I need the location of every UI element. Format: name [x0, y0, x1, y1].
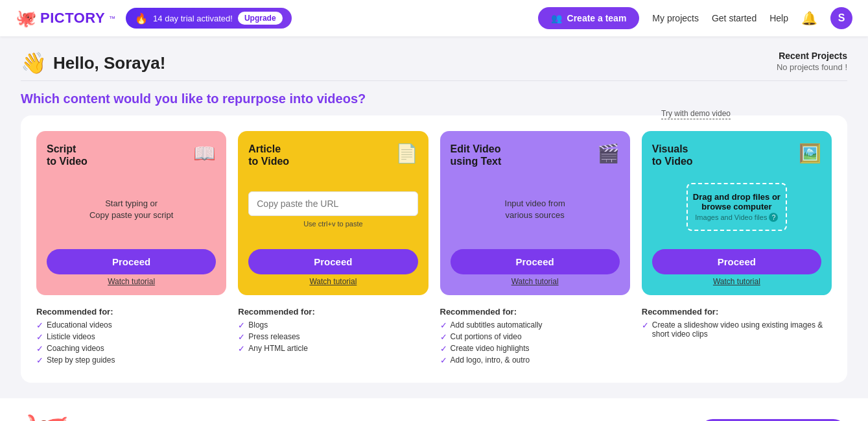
- check-icon: ✓: [238, 320, 245, 330]
- rec-edit-video-item-3: ✓Add logo, intro, & outro: [440, 355, 630, 365]
- card-script: Scriptto Video 📖 Start typing or Copy pa…: [36, 131, 226, 295]
- visuals-icon: 🖼️: [799, 143, 821, 164]
- card-edit-video-title: Edit Videousing Text: [451, 143, 502, 167]
- create-team-button[interactable]: 👥 Create a team: [538, 7, 640, 29]
- rec-script-item-3: ✓Step by step guides: [36, 355, 226, 365]
- trial-text: 14 day trial activated!: [153, 14, 233, 23]
- card-edit-video-body: Input video from various sources: [451, 176, 620, 243]
- rec-edit-video-item-1: ✓Cut portions of video: [440, 332, 630, 342]
- section-title: Which content would you like to repurpos…: [21, 91, 847, 106]
- people-icon: 👥: [551, 13, 562, 23]
- fire-icon: 🔥: [135, 12, 148, 25]
- card-script-body: Start typing or Copy paste your script: [47, 176, 216, 243]
- card-visuals: Visualsto Video 🖼️ Drag and drop files o…: [642, 131, 832, 295]
- card-visuals-title: Visualsto Video: [652, 143, 693, 167]
- check-icon: ✓: [440, 332, 447, 342]
- recent-projects: Recent Projects No projects found !: [777, 51, 847, 72]
- url-input[interactable]: [248, 191, 417, 216]
- divider: [21, 80, 847, 81]
- logo-icon: 🐙: [16, 8, 36, 29]
- header-right: 👥 Create a team My projects Get started …: [538, 7, 852, 29]
- rec-script-item-1: ✓Listicle videos: [36, 332, 226, 342]
- card-article-title: Articleto Video: [248, 143, 289, 167]
- avatar[interactable]: S: [830, 7, 852, 29]
- rec-script-item-0: ✓Educational videos: [36, 320, 226, 330]
- rec-script-title: Recommended for:: [36, 307, 226, 317]
- nav-help[interactable]: Help: [769, 13, 788, 23]
- card-visuals-watch-link[interactable]: Watch tutorial: [652, 277, 821, 286]
- nav-my-projects[interactable]: My projects: [652, 13, 699, 23]
- card-article-proceed-button[interactable]: Proceed: [248, 249, 417, 274]
- card-edit-video-watch-link[interactable]: Watch tutorial: [451, 277, 620, 286]
- info-icon: ?: [769, 213, 778, 222]
- check-icon: ✓: [238, 344, 245, 354]
- rec-article-title: Recommended for:: [238, 307, 428, 317]
- check-icon: ✓: [36, 355, 43, 365]
- card-edit-video-proceed-button[interactable]: Proceed: [451, 249, 620, 274]
- rec-edit-video: Recommended for: ✓Add subtitles automati…: [440, 307, 630, 367]
- check-icon: ✓: [36, 320, 43, 330]
- logo: 🐙 PICTORY ™: [16, 8, 115, 29]
- rec-visuals: Recommended for: ✓Create a slideshow vid…: [642, 307, 832, 367]
- rec-edit-video-title: Recommended for:: [440, 307, 630, 317]
- card-visuals-body: Drag and drop files or browse computer I…: [652, 176, 821, 243]
- upgrade-button[interactable]: Upgrade: [238, 12, 283, 25]
- greeting-text: Hello, Soraya!: [53, 53, 165, 73]
- script-icon: 📖: [193, 143, 216, 164]
- recommended-row: Recommended for: ✓Educational videos ✓Li…: [36, 307, 832, 367]
- card-article-body: Use ctrl+v to paste: [248, 176, 417, 243]
- check-icon: ✓: [36, 344, 43, 354]
- rec-visuals-title: Recommended for:: [642, 307, 832, 317]
- nav-get-started[interactable]: Get started: [712, 13, 757, 23]
- greeting-emoji: 👋: [21, 51, 47, 75]
- card-article: Articleto Video 📄 Use ctrl+v to paste Pr…: [238, 131, 428, 295]
- rec-script: Recommended for: ✓Educational videos ✓Li…: [36, 307, 226, 367]
- rec-article: Recommended for: ✓Blogs ✓Press releases …: [238, 307, 428, 367]
- try-demo-link[interactable]: Try with demo video: [661, 109, 731, 119]
- rec-article-item-0: ✓Blogs: [238, 320, 428, 330]
- rec-edit-video-item-2: ✓Create video highlights: [440, 344, 630, 354]
- main-section: Which content would you like to repurpos…: [21, 91, 847, 393]
- card-script-header: Scriptto Video 📖: [47, 143, 216, 167]
- check-icon: ✓: [36, 332, 43, 342]
- card-script-title: Scriptto Video: [47, 143, 88, 167]
- rec-edit-video-item-0: ✓Add subtitles automatically: [440, 320, 630, 330]
- cards-outer: Try with demo video Scriptto Video 📖 Sta…: [21, 115, 847, 383]
- rec-article-item-1: ✓Press releases: [238, 332, 428, 342]
- rec-script-item-2: ✓Coaching videos: [36, 344, 226, 354]
- logo-tm: ™: [109, 15, 115, 22]
- drag-drop-box[interactable]: Drag and drop files or browse computer I…: [686, 183, 787, 231]
- check-icon: ✓: [238, 332, 245, 342]
- affiliate-money-icon: 💵: [73, 418, 105, 421]
- affiliate-octopus-icon: 🐙: [21, 409, 73, 421]
- check-icon: ✓: [440, 355, 447, 365]
- no-projects-text: No projects found !: [777, 62, 847, 72]
- bell-icon[interactable]: 🔔: [801, 10, 817, 26]
- card-visuals-proceed-button[interactable]: Proceed: [652, 249, 821, 274]
- card-edit-video: Edit Videousing Text 🎬 Input video from …: [440, 131, 630, 295]
- drag-drop-sub: Images and Video files ?: [693, 213, 780, 222]
- check-icon: ✓: [440, 344, 447, 354]
- url-hint: Use ctrl+v to paste: [303, 220, 362, 228]
- rec-article-item-2: ✓Any HTML article: [238, 344, 428, 354]
- card-script-watch-link[interactable]: Watch tutorial: [47, 277, 216, 286]
- create-team-label: Create a team: [567, 13, 627, 23]
- card-edit-video-description: Input video from various sources: [505, 198, 565, 221]
- recent-label: Recent Projects: [777, 51, 847, 61]
- rec-visuals-item-0: ✓Create a slideshow video using existing…: [642, 320, 832, 339]
- check-icon: ✓: [642, 320, 649, 330]
- header-left: 🐙 PICTORY ™ 🔥 14 day trial activated! Up…: [16, 8, 292, 29]
- check-icon: ✓: [440, 320, 447, 330]
- header: 🐙 PICTORY ™ 🔥 14 day trial activated! Up…: [0, 0, 868, 36]
- greeting: 👋 Hello, Soraya!: [21, 51, 165, 75]
- drag-drop-title: Drag and drop files or browse computer: [693, 192, 780, 211]
- card-article-header: Articleto Video 📄: [248, 143, 417, 167]
- card-article-watch-link[interactable]: Watch tutorial: [248, 277, 417, 286]
- card-script-description: Start typing or Copy paste your script: [89, 198, 173, 221]
- cards-row: Scriptto Video 📖 Start typing or Copy pa…: [36, 131, 832, 295]
- edit-video-icon: 🎬: [597, 143, 620, 164]
- top-row: 👋 Hello, Soraya! Recent Projects No proj…: [21, 36, 847, 80]
- trial-badge: 🔥 14 day trial activated! Upgrade: [126, 8, 292, 29]
- affiliate-banner: 🐙 💵 Earn commissions and cash bonuses PL…: [0, 398, 868, 421]
- card-script-proceed-button[interactable]: Proceed: [47, 249, 216, 274]
